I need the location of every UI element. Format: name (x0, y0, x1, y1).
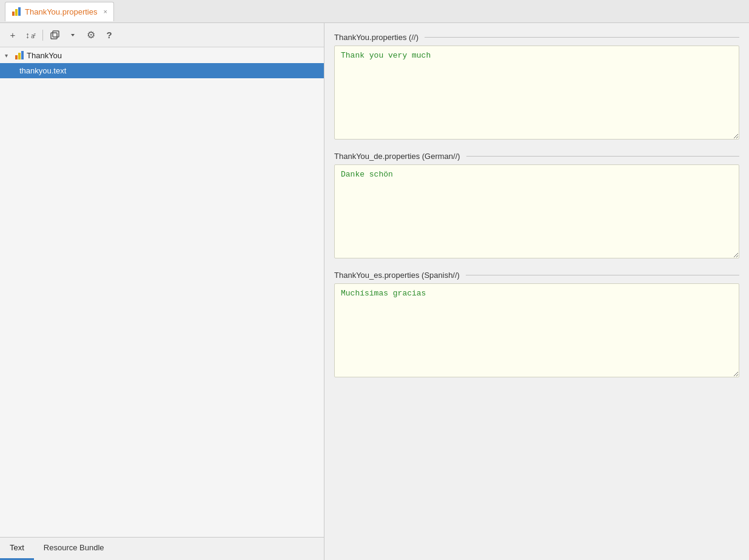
tree-area: ▾ ThankYou thankyou.text (0, 47, 324, 537)
right-panel: ThankYou.properties (//) Thank you very … (324, 23, 749, 560)
section-spanish-line (466, 275, 739, 275)
svg-rect-1 (15, 9, 18, 16)
section-german: ThankYou_de.properties (German//) Danke … (334, 152, 739, 258)
left-panel: + ↕ a z ⚙ ? (0, 23, 324, 560)
title-bar: ThankYou.properties × (0, 0, 749, 23)
svg-rect-10 (18, 53, 21, 59)
svg-text:z: z (33, 32, 36, 37)
section-spanish: ThankYou_es.properties (Spanish//) Muchí… (334, 271, 739, 377)
chevron-icon: ▾ (5, 52, 12, 59)
section-default-line (425, 37, 739, 38)
help-button[interactable]: ? (101, 27, 117, 43)
svg-text:↕: ↕ (25, 30, 30, 40)
section-default: ThankYou.properties (//) Thank you very … (334, 33, 739, 140)
tree-parent-label: ThankYou (27, 51, 62, 60)
svg-rect-6 (51, 33, 57, 39)
svg-rect-11 (21, 51, 24, 59)
svg-rect-2 (18, 7, 21, 16)
toolbar: + ↕ a z ⚙ ? (0, 23, 324, 47)
tree-child-thankyou-text[interactable]: thankyou.text (0, 63, 324, 78)
dropdown-arrow-icon (70, 32, 76, 38)
settings-button[interactable]: ⚙ (83, 27, 99, 43)
svg-rect-9 (15, 55, 18, 59)
sort-button[interactable]: ↕ a z (23, 27, 39, 43)
copy-icon (49, 30, 60, 41)
copy-button[interactable] (47, 27, 62, 43)
svg-rect-0 (12, 12, 15, 16)
section-default-header: ThankYou.properties (//) (334, 33, 739, 42)
tab-close-button[interactable]: × (104, 8, 107, 15)
section-german-title: ThankYou_de.properties (German//) (334, 152, 460, 161)
section-spanish-textarea[interactable]: Muchísimas gracias (334, 283, 739, 377)
section-default-title: ThankYou.properties (//) (334, 33, 418, 42)
section-german-textarea[interactable]: Danke schön (334, 164, 739, 258)
tree-child-label: thankyou.text (19, 66, 66, 75)
tab-title: ThankYou.properties (25, 7, 98, 16)
dropdown-arrow-button[interactable] (65, 27, 81, 43)
svg-marker-8 (71, 34, 75, 36)
section-german-header: ThankYou_de.properties (German//) (334, 152, 739, 161)
section-german-line (466, 156, 739, 157)
svg-rect-7 (53, 31, 59, 37)
toolbar-separator-1 (42, 30, 43, 41)
add-button[interactable]: + (5, 27, 21, 43)
section-spanish-header: ThankYou_es.properties (Spanish//) (334, 271, 739, 280)
tree-parent-thankyou[interactable]: ▾ ThankYou (0, 47, 324, 63)
tab-text[interactable]: Text (0, 537, 34, 560)
main-layout: + ↕ a z ⚙ ? (0, 23, 749, 560)
bar-chart-icon (12, 7, 21, 16)
tab-thankyou-properties[interactable]: ThankYou.properties × (5, 2, 114, 21)
section-default-textarea[interactable]: Thank you very much (334, 46, 739, 140)
sort-icon: ↕ a z (25, 30, 36, 41)
bottom-tabs: Text Resource Bundle (0, 537, 324, 560)
tree-parent-icon (15, 50, 24, 60)
tab-resource-bundle[interactable]: Resource Bundle (34, 537, 114, 560)
section-spanish-title: ThankYou_es.properties (Spanish//) (334, 271, 460, 280)
